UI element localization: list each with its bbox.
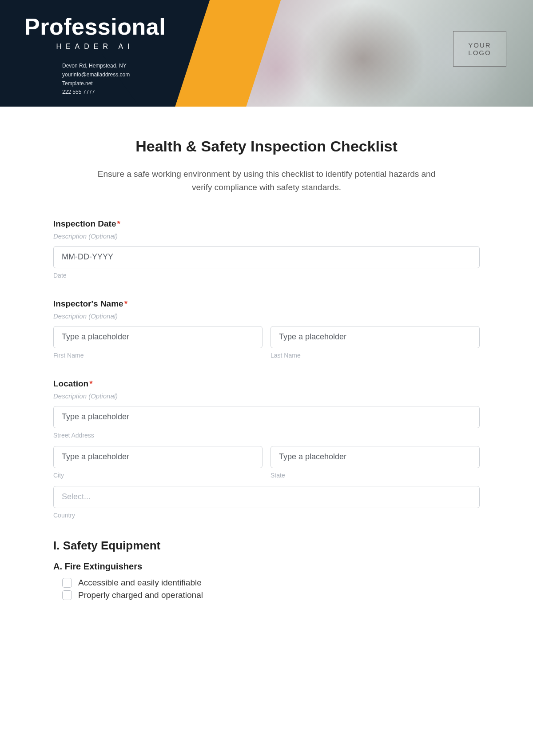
country-select[interactable]: Select... (53, 486, 480, 508)
date-input[interactable] (53, 246, 480, 268)
brand-title: Professional (24, 13, 166, 40)
street-address-input[interactable] (53, 406, 480, 428)
checkbox[interactable] (62, 578, 72, 588)
checkbox-label: Properly charged and operational (78, 590, 203, 600)
subsection-heading-fire-extinguishers: A. Fire Extinguishers (53, 561, 480, 572)
brand-contact: Devon Rd, Hempstead, NY yourinfo@emailad… (62, 62, 166, 97)
checkbox[interactable] (62, 590, 72, 600)
contact-line: 222 555 7777 (62, 88, 166, 97)
field-sublabel: Date (53, 272, 480, 279)
field-location: Location* Description (Optional) Street … (53, 379, 480, 519)
field-inspection-date: Inspection Date* Description (Optional) … (53, 219, 480, 279)
checkbox-label: Accessible and easily identifiable (78, 578, 202, 588)
field-sublabel: Country (53, 512, 480, 519)
field-description: Description (Optional) (53, 312, 480, 320)
required-marker: * (124, 299, 127, 308)
field-inspector-name: Inspector's Name* Description (Optional)… (53, 299, 480, 359)
first-name-input[interactable] (53, 326, 263, 348)
logo-placeholder[interactable]: YOUR LOGO (453, 31, 506, 67)
label-text: Inspector's Name (53, 299, 123, 308)
label-text: Inspection Date (53, 219, 116, 228)
field-description: Description (Optional) (53, 232, 480, 240)
field-label: Location* (53, 379, 480, 389)
checklist-item[interactable]: Properly charged and operational (62, 590, 480, 600)
page-subtitle: Ensure a safe working environment by usi… (93, 167, 440, 195)
select-placeholder: Select... (62, 492, 91, 501)
contact-line: Template.net (62, 80, 166, 88)
state-input[interactable] (270, 446, 480, 468)
field-sublabel: City (53, 472, 263, 479)
city-input[interactable] (53, 446, 263, 468)
contact-line: yourinfo@emailaddress.com (62, 71, 166, 80)
page-title: Health & Safety Inspection Checklist (53, 138, 480, 155)
field-description: Description (Optional) (53, 392, 480, 400)
label-text: Location (53, 379, 88, 388)
contact-line: Devon Rd, Hempstead, NY (62, 62, 166, 71)
field-label: Inspector's Name* (53, 299, 480, 309)
brand-block: Professional HEADER AI Devon Rd, Hempste… (24, 13, 166, 97)
field-sublabel: Street Address (53, 432, 480, 439)
field-sublabel: First Name (53, 352, 263, 359)
field-label: Inspection Date* (53, 219, 480, 229)
header-banner: Professional HEADER AI Devon Rd, Hempste… (0, 0, 533, 107)
brand-tagline: HEADER AI (24, 43, 166, 51)
last-name-input[interactable] (270, 326, 480, 348)
required-marker: * (117, 219, 120, 228)
required-marker: * (89, 379, 92, 388)
form-content: Health & Safety Inspection Checklist Ens… (0, 107, 533, 616)
field-sublabel: Last Name (270, 352, 480, 359)
section-heading-safety-equipment: I. Safety Equipment (53, 539, 480, 553)
field-sublabel: State (270, 472, 480, 479)
checklist-item[interactable]: Accessible and easily identifiable (62, 578, 480, 588)
